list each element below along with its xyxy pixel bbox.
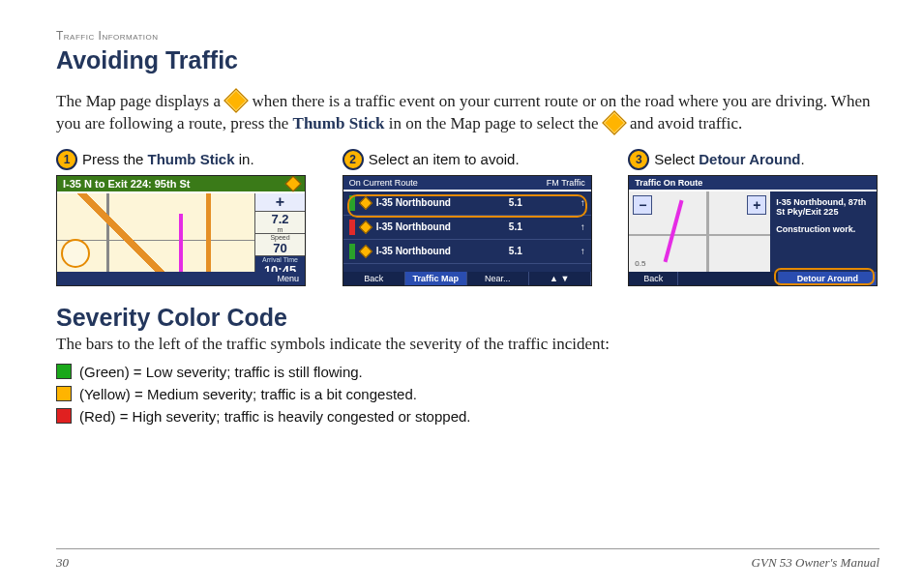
step-1-pre: Press the [82, 151, 148, 167]
traffic-diamond-icon [602, 110, 626, 134]
zoom-out-button[interactable]: − [633, 195, 652, 215]
step-2-text: Select an item to avoid. [369, 151, 520, 167]
traffic-diamond-icon [359, 245, 372, 258]
intro-text-3: in on the Map page to select the [389, 114, 603, 132]
intro-paragraph: The Map page displays a when there is a … [56, 91, 879, 135]
map-bottom-bar: Menu [57, 272, 305, 285]
list-top-left: On Current Route [349, 178, 418, 188]
speed-label: Speed [270, 234, 289, 241]
step-2-title: 2 Select an item to avoid. [342, 149, 594, 170]
severity-bar [349, 220, 355, 235]
step-3-post: . [800, 151, 804, 167]
distance-unit: m [278, 226, 283, 233]
intro-text-1: The Map page displays a [56, 92, 224, 110]
list-item-name: I-35 Northbound [376, 246, 451, 256]
severity-text-yellow: (Yellow) = Medium severity; traffic is a… [79, 386, 417, 402]
color-swatch-red [56, 408, 72, 424]
detour-bottom-bar: Back Detour Around [629, 272, 877, 285]
list-item[interactable]: I-35 Northbound 5.1 ↑ [343, 216, 591, 240]
traffic-diamond-icon [359, 220, 372, 234]
step-1-title: 1 Press the Thumb Stick in. [56, 149, 308, 170]
traffic-list: I-35 Northbound 5.1 ↑ I-35 Northbound 5.… [343, 191, 591, 272]
map-topbar: I-35 N to Exit 224: 95th St [57, 176, 305, 191]
speed-box: Speed 70 [254, 234, 305, 256]
severity-item-yellow: (Yellow) = Medium severity; traffic is a… [56, 386, 879, 402]
up-arrow-icon: ↑ [581, 221, 585, 232]
manual-title: GVN 53 Owner's Manual [752, 555, 879, 571]
map-route-label: I-35 N to Exit 224: 95th St [63, 178, 190, 190]
zoom-in-button[interactable]: + [747, 195, 766, 215]
severity-intro: The bars to the left of the traffic symb… [56, 335, 879, 354]
up-arrow-icon: ↑ [581, 197, 585, 208]
list-item[interactable]: I-35 Northbound 5.1 ↑ [343, 240, 591, 264]
traffic-diamond-icon [223, 88, 248, 112]
detour-info-line2: Construction work. [776, 224, 871, 234]
traffic-diamond-icon [359, 196, 372, 210]
severity-text-green: (Green) = Low severity; traffic is still… [79, 364, 363, 380]
color-swatch-green [56, 364, 72, 379]
heading-severity: Severity Color Code [56, 304, 879, 332]
step-badge-3: 3 [628, 149, 649, 170]
severity-bar [349, 195, 355, 211]
arrival-label: Arrival Time [262, 256, 298, 263]
distance-value: 7.2 [271, 212, 288, 226]
intro-text-4: and avoid traffic. [630, 114, 742, 132]
screenshot-list: On Current Route FM Traffic I-35 Northbo… [342, 175, 592, 286]
step-3-bold: Detour Around [699, 151, 800, 167]
menu-button[interactable]: Menu [277, 274, 299, 283]
intro-thumbstick: Thumb Stick [293, 114, 385, 132]
list-item[interactable]: I-35 Northbound 5.1 ↑ [343, 191, 591, 216]
detour-topbar: Traffic On Route [629, 176, 877, 190]
severity-list: (Green) = Low severity; traffic is still… [56, 364, 879, 425]
step-1-bold: Thumb Stick [148, 151, 235, 167]
step-badge-1: 1 [56, 149, 77, 170]
heading-avoiding-traffic: Avoiding Traffic [56, 46, 879, 74]
list-bottom-bar: Back Traffic Map Near... ▲ ▼ [343, 272, 591, 285]
step-3-title: 3 Select Detour Around. [628, 149, 879, 170]
back-button[interactable]: Back [343, 272, 405, 285]
severity-item-red: (Red) = High severity; traffic is heavil… [56, 408, 879, 425]
detour-map[interactable]: − + 0.5 [629, 191, 770, 272]
traffic-diamond-icon [285, 175, 302, 191]
detour-info-line1: I-35 Northbound, 87th St Pky/Exit 225 [776, 197, 871, 217]
list-item-name: I-35 Northbound [376, 197, 451, 208]
traffic-diamond-icon [72, 250, 79, 257]
severity-bar [349, 244, 355, 259]
distance-box: 7.2 m [254, 212, 305, 234]
list-topbar: On Current Route FM Traffic [343, 176, 591, 190]
step-2: 2 Select an item to avoid. On Current Ro… [342, 149, 594, 286]
list-item-dist: 5.1 [509, 221, 522, 232]
speed-value: 70 [273, 241, 286, 255]
screenshot-detour: Traffic On Route − + 0.5 I-35 Northbound… [628, 175, 878, 286]
traffic-map-button[interactable]: Traffic Map [405, 272, 467, 285]
near-button[interactable]: Near... [467, 272, 529, 285]
step-3-pre: Select [654, 151, 699, 167]
step-3: 3 Select Detour Around. Traffic On Route… [628, 149, 879, 286]
detour-info-panel: I-35 Northbound, 87th St Pky/Exit 225 Co… [770, 191, 877, 272]
list-top-right: FM Traffic [547, 178, 585, 188]
list-item-name: I-35 Northbound [376, 221, 451, 232]
page-footer: 30 GVN 53 Owner's Manual [56, 548, 879, 571]
breadcrumb: Traffic Information [56, 29, 879, 43]
back-button[interactable]: Back [629, 272, 678, 285]
page-number: 30 [56, 555, 69, 571]
step-1: 1 Press the Thumb Stick in. I-35 N to Ex… [56, 149, 308, 286]
route-line [664, 200, 684, 263]
detour-around-button[interactable]: Detour Around [779, 272, 877, 285]
list-item-dist: 5.1 [509, 246, 522, 256]
severity-text-red: (Red) = High severity; traffic is heavil… [79, 408, 471, 425]
map-scale: 0.5 [635, 259, 645, 268]
step-1-post: in. [235, 151, 254, 167]
color-swatch-yellow [56, 386, 72, 401]
scroll-arrows[interactable]: ▲ ▼ [529, 272, 591, 285]
list-item-dist: 5.1 [509, 197, 522, 208]
step-badge-2: 2 [342, 149, 364, 170]
highlight-circle [61, 239, 90, 268]
spacer [678, 272, 779, 285]
route-line [179, 214, 183, 272]
zoom-in-button[interactable]: + [254, 193, 305, 212]
severity-item-green: (Green) = Low severity; traffic is still… [56, 364, 879, 380]
screenshot-map: I-35 N to Exit 224: 95th St + 7.2 m [56, 175, 306, 286]
up-arrow-icon: ↑ [581, 246, 585, 256]
